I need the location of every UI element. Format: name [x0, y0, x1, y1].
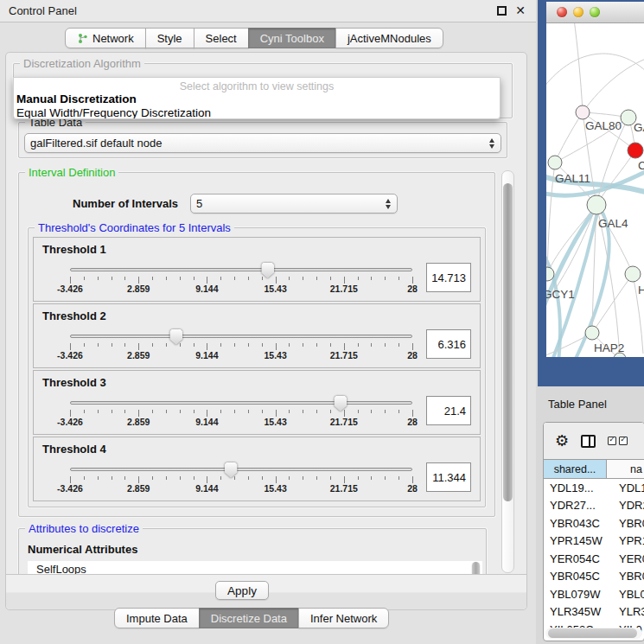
table-row[interactable]: YBR045CYBR0 [544, 568, 644, 586]
tick-mark [112, 277, 112, 280]
tick-mark [124, 476, 125, 480]
tick-mark [358, 343, 359, 347]
tab-label: Network [92, 32, 134, 45]
network-view-window[interactable]: GAL80GAGAL11CGAL4GCY1HHAP2 [538, 0, 644, 386]
split-columns-icon[interactable] [581, 435, 596, 448]
close-panel-icon[interactable]: ✕ [515, 6, 526, 16]
network-node[interactable] [585, 326, 599, 340]
tick-mark [207, 343, 207, 350]
threshold-slider[interactable]: -3.4262.8599.14415.4321.71528 [70, 395, 412, 426]
tab-style[interactable]: Style [145, 28, 194, 48]
thresholds-group-label: Threshold's Coordinates for 5 Intervals [35, 221, 234, 234]
checkbox-icon[interactable] [619, 437, 628, 445]
tab-network[interactable]: Network [65, 28, 146, 48]
threshold-slider[interactable]: -3.4262.8599.14415.4321.71528 [70, 262, 412, 293]
threshold-panel: Threshold 4-3.4262.8599.14415.4321.71528… [33, 437, 481, 501]
table-row[interactable]: YBL079WYBL0 [544, 585, 644, 603]
table-row[interactable]: YDL19...YDL1 [544, 479, 644, 497]
tick-mark [330, 476, 331, 480]
network-graph: GAL80GAGAL11CGAL4GCY1HHAP2 [546, 23, 644, 357]
slider-track[interactable] [70, 335, 412, 338]
network-edge[interactable] [583, 58, 644, 112]
tick-mark [316, 476, 317, 480]
network-edge[interactable] [574, 23, 583, 112]
network-node[interactable] [625, 266, 641, 282]
tick-mark [166, 277, 167, 280]
table-row[interactable]: YPR145WYPR1 [544, 532, 644, 551]
network-node[interactable] [548, 156, 562, 169]
network-node[interactable] [587, 195, 606, 214]
network-edge[interactable] [596, 205, 633, 274]
control-panel-titlebar: Control Panel ✕ [0, 0, 536, 22]
tick-label: -3.426 [57, 284, 83, 294]
slider-track[interactable] [70, 268, 412, 271]
table-row[interactable]: YBR043CYBR0 [544, 514, 644, 532]
tick-mark [316, 277, 317, 280]
threshold-slider-row: -3.4262.8599.14415.4321.715286.316 [42, 328, 471, 360]
tick-mark [70, 410, 71, 417]
tab-label: Select [206, 32, 237, 45]
tick-label: 28 [407, 284, 418, 294]
network-canvas[interactable]: GAL80GAGAL11CGAL4GCY1HHAP2 [546, 23, 644, 357]
threshold-value-field[interactable]: 14.713 [426, 263, 471, 292]
column-header[interactable]: shared... [544, 460, 607, 478]
node-label: GAL11 [555, 172, 590, 185]
algorithm-option[interactable]: Manual Discretization [14, 92, 500, 106]
zoom-light-icon[interactable] [590, 7, 600, 17]
tick-label: 9.144 [195, 483, 218, 494]
apply-button[interactable]: Apply [215, 581, 269, 600]
tab-impute-data[interactable]: Impute Data [114, 608, 200, 628]
table-panel-card: shared...na YDL19...YDL1YDR27...YDR2YBR0… [543, 422, 644, 641]
threshold-value-field[interactable]: 11.344 [426, 462, 471, 492]
cell-name: YBR0 [607, 517, 644, 530]
tick-label: 28 [407, 483, 418, 494]
network-node[interactable] [576, 105, 590, 119]
minimize-light-icon[interactable] [573, 7, 583, 17]
tick-mark [276, 277, 277, 284]
threshold-title: Threshold 4 [42, 443, 471, 456]
node-label: GA [634, 121, 644, 134]
column-header[interactable]: na [607, 460, 644, 478]
tick-mark [234, 410, 235, 413]
table-data-combobox[interactable]: galFiltered.sif default node [24, 133, 501, 153]
table-row[interactable]: YER054CYER0 [544, 550, 644, 568]
tick-mark [344, 410, 345, 417]
network-node[interactable] [628, 143, 643, 158]
tick-mark [166, 476, 167, 480]
tick-mark [194, 476, 194, 480]
table-row[interactable]: YDR27...YDR2 [544, 497, 644, 515]
number-of-intervals-combobox[interactable]: 5 [190, 194, 398, 214]
table-row[interactable]: YLR345WYLR3 [544, 603, 644, 622]
tab-infer-network[interactable]: Infer Network [298, 608, 389, 628]
network-edge[interactable] [546, 54, 644, 91]
panel-title: Control Panel [9, 4, 77, 17]
checkbox-icon[interactable] [608, 437, 616, 445]
tick-mark [303, 476, 303, 480]
threshold-panel: Threshold 3-3.4262.8599.14415.4321.71528… [33, 370, 481, 435]
threshold-value-field[interactable]: 6.316 [426, 329, 471, 359]
slider-track[interactable] [70, 401, 412, 405]
tab-label: jActiveMNodules [348, 32, 431, 45]
gear-icon[interactable] [555, 433, 569, 450]
tick-mark [138, 476, 139, 483]
table-panel-title: Table Panel [548, 398, 607, 411]
combo-stepper-icon [489, 138, 495, 149]
column-visibility-icons[interactable] [608, 437, 628, 445]
close-light-icon[interactable] [557, 7, 567, 17]
tab-discretize-data[interactable]: Discretize Data [199, 608, 299, 628]
slider-track[interactable] [70, 468, 412, 471]
tick-mark [124, 410, 125, 413]
float-panel-icon[interactable] [497, 6, 507, 16]
table-data-group: Table Data galFiltered.sif default node [18, 122, 507, 158]
tab-select[interactable]: Select [194, 28, 249, 48]
threshold-value-field[interactable]: 21.4 [426, 396, 471, 425]
tick-mark [289, 410, 290, 413]
tab-cyni-toolbox[interactable]: Cyni Toolbox [248, 28, 336, 48]
threshold-slider[interactable]: -3.4262.8599.14415.4321.71528 [70, 462, 412, 493]
threshold-slider[interactable]: -3.4262.8599.14415.4321.71528 [70, 328, 412, 360]
tab-jactivemnodules[interactable]: jActiveMNodules [335, 28, 443, 48]
table-horizontal-scrollbar[interactable] [545, 628, 642, 639]
algorithm-option[interactable]: Equal Width/Frequency Discretization [14, 106, 500, 120]
settings-scrollbar[interactable] [501, 170, 514, 573]
slider-ticks [70, 277, 412, 284]
